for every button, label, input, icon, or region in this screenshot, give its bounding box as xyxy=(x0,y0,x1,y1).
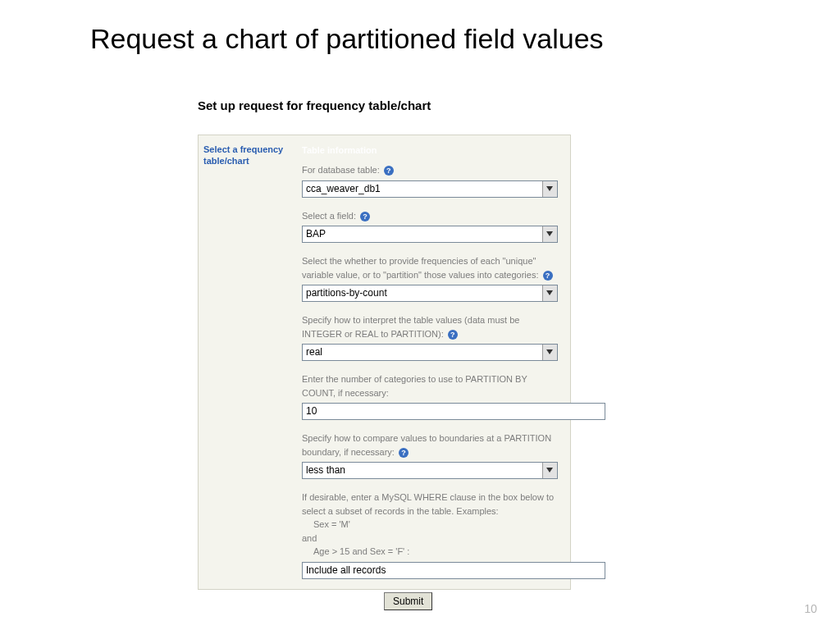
cmp-label: Specify how to compare values to boundar… xyxy=(302,431,559,459)
field-select[interactable]: BAP xyxy=(302,226,558,243)
page-number: 10 xyxy=(804,602,817,615)
mode-label: Select the whether to provide frequencie… xyxy=(302,254,559,281)
help-icon[interactable]: ? xyxy=(448,330,458,340)
cmp-value: less than xyxy=(306,464,345,476)
cmp-select[interactable]: less than xyxy=(302,462,558,479)
help-icon[interactable]: ? xyxy=(384,166,394,176)
dtype-value: real xyxy=(306,346,322,358)
section-heading: Table information xyxy=(302,145,559,155)
ncat-label: Enter the number of categories to use to… xyxy=(302,372,559,399)
ncat-input[interactable]: 10 xyxy=(302,403,605,420)
chevron-down-icon xyxy=(542,463,557,478)
mode-value: partitions-by-count xyxy=(306,287,387,299)
chevron-down-icon xyxy=(542,226,557,242)
help-icon[interactable]: ? xyxy=(399,448,409,458)
dtype-label: Specify how to interpret the table value… xyxy=(302,313,559,340)
help-icon[interactable]: ? xyxy=(360,212,370,221)
field-label: Select a field: ? xyxy=(302,209,559,223)
dtype-select[interactable]: real xyxy=(302,344,558,361)
where-input[interactable]: Include all records xyxy=(302,562,605,579)
help-icon[interactable]: ? xyxy=(543,271,553,281)
form-heading: Set up request for frequency table/chart xyxy=(198,98,431,112)
sidebar-step-label: Select a frequency table/chart xyxy=(199,135,297,167)
where-help-text: If desirable, enter a MySQL WHERE clause… xyxy=(302,491,559,559)
form-panel: Select a frequency table/chart Table inf… xyxy=(198,135,571,590)
page-title: Request a chart of partitioned field val… xyxy=(90,23,604,55)
field-value: BAP xyxy=(306,228,326,240)
db-table-value: cca_weaver_db1 xyxy=(306,183,381,194)
mode-select[interactable]: partitions-by-count xyxy=(302,285,558,302)
submit-button[interactable]: Submit xyxy=(384,592,432,610)
chevron-down-icon xyxy=(542,345,557,360)
chevron-down-icon xyxy=(542,285,557,301)
db-table-label: For database table: ? xyxy=(302,163,559,177)
chevron-down-icon xyxy=(542,181,557,197)
db-table-select[interactable]: cca_weaver_db1 xyxy=(302,180,558,198)
